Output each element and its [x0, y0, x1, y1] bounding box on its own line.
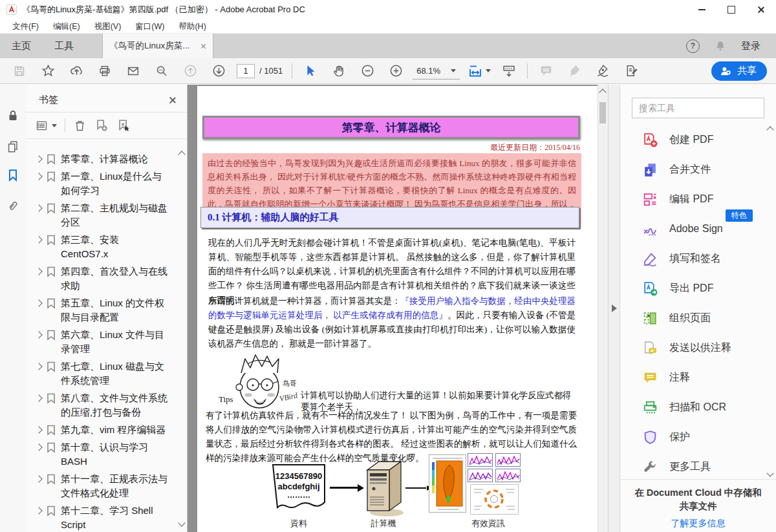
chevron-right-icon[interactable]: [35, 507, 42, 514]
menu-help[interactable]: 帮助(H): [171, 19, 213, 34]
bookmark-item[interactable]: 第十二章、学习 Shell Script: [36, 504, 175, 532]
search-button[interactable]: [147, 60, 176, 82]
tools-search-input[interactable]: [632, 103, 764, 113]
chevron-right-icon[interactable]: [35, 363, 42, 370]
pdf-page[interactable]: 第零章、计算器概论 最近更新日期：2015/04/16 由过去的经验当中，鸟哥发…: [197, 86, 606, 532]
comment-button[interactable]: [532, 60, 560, 82]
tool-scan-ocr[interactable]: 扫描和 OCR: [642, 392, 776, 422]
bookmark-settings-button[interactable]: [116, 118, 131, 133]
zoom-out-button[interactable]: [353, 60, 382, 82]
menu-window[interactable]: 窗口(W): [128, 19, 171, 34]
bookmark-item[interactable]: 第十一章、正规表示法与文件格式化处理: [36, 472, 175, 500]
hand-tool-button[interactable]: [325, 60, 353, 82]
share-button[interactable]: 共享: [711, 61, 767, 81]
tool-fill-sign[interactable]: 填写和签名: [642, 244, 776, 273]
tool-edit-pdf[interactable]: 编辑 PDF: [642, 184, 776, 214]
tab-home[interactable]: 主页: [0, 34, 43, 58]
tools-scrollbar[interactable]: [766, 125, 775, 478]
bookmark-item[interactable]: 第五章、Linux 的文件权限与目录配置: [36, 296, 175, 325]
scrollbar-thumb[interactable]: [599, 102, 606, 123]
tool-comment[interactable]: 注释: [642, 363, 776, 392]
delete-bookmark-button[interactable]: [73, 119, 87, 133]
bookmark-item[interactable]: 第零章、计算器概论: [36, 152, 175, 166]
new-bookmark-button[interactable]: [94, 118, 109, 133]
save-button[interactable]: [5, 60, 34, 82]
tool-organize-pages[interactable]: 组织页面: [642, 303, 776, 333]
zoom-level-dropdown[interactable]: 68.1%: [413, 63, 460, 80]
chevron-right-icon[interactable]: [35, 443, 42, 451]
highlight-button[interactable]: [560, 60, 588, 82]
tool-combine-files[interactable]: 合并文件: [642, 154, 776, 184]
chevron-right-icon[interactable]: [35, 331, 42, 338]
scroll-up-icon[interactable]: [599, 89, 606, 96]
chevron-right-icon[interactable]: [35, 204, 42, 211]
attachments-button[interactable]: [0, 193, 26, 219]
email-button[interactable]: [119, 60, 147, 82]
bookmark-item[interactable]: 第一章、Linux是什么与如何学习: [36, 169, 175, 198]
document-scrollbar[interactable]: [598, 85, 608, 532]
chevron-down-icon[interactable]: [486, 69, 491, 72]
expand-right-icon[interactable]: [612, 304, 617, 312]
bookmarks-close-icon[interactable]: [169, 96, 177, 104]
select-tool-button[interactable]: [296, 60, 325, 82]
bookmark-item[interactable]: 第十章、认识与学习 BASH: [36, 440, 175, 469]
bookmark-item[interactable]: 第四章、首次登入与在线求助: [36, 264, 175, 293]
bookmark-item[interactable]: 第三章、安装 CentOS7.x: [36, 233, 175, 261]
notifications-bell-icon[interactable]: [714, 39, 727, 52]
chevron-right-icon[interactable]: [35, 394, 42, 401]
chevron-right-icon[interactable]: [35, 475, 42, 482]
tool-send-for-comments[interactable]: 发送以供注释: [642, 333, 776, 363]
chevron-right-icon[interactable]: [35, 426, 42, 433]
tab-close-icon[interactable]: [200, 43, 206, 49]
next-page-button[interactable]: [204, 60, 233, 82]
tool-export-pdf[interactable]: 导出 PDF: [642, 273, 776, 303]
learn-more-link[interactable]: 了解更多信息: [671, 518, 726, 529]
tab-tools[interactable]: 工具: [43, 34, 85, 58]
menu-edit[interactable]: 编辑(E): [46, 19, 87, 34]
favorite-star-button[interactable]: [34, 60, 62, 82]
document-viewport[interactable]: 第零章、计算器概论 最近更新日期：2015/04/16 由过去的经验当中，鸟哥发…: [188, 85, 608, 532]
sign-pen-button[interactable]: [588, 60, 617, 82]
tool-adobe-sign[interactable]: 特色 Adobe Sign: [642, 214, 776, 244]
chevron-right-icon[interactable]: [35, 155, 42, 162]
chevron-right-icon[interactable]: [35, 236, 42, 243]
bookmark-item[interactable]: 第六章、Linux 文件与目录管理: [36, 328, 175, 356]
page-number-input[interactable]: 1: [237, 64, 255, 78]
fit-width-button[interactable]: [462, 60, 488, 82]
bookmark-item[interactable]: 第二章、主机规划与磁盘分区: [36, 201, 175, 229]
tool-create-pdf[interactable]: 创建 PDF: [642, 125, 776, 154]
tool-more-tools[interactable]: 更多工具: [642, 452, 776, 478]
bookmark-item[interactable]: 第八章、文件与文件系统的压缩,打包与备份: [36, 391, 175, 420]
tools-panel-collapse-strip[interactable]: [608, 85, 620, 532]
scroll-up-icon[interactable]: [766, 126, 773, 133]
bookmarks-panel-button[interactable]: [0, 162, 26, 188]
chevron-right-icon[interactable]: [35, 173, 42, 180]
menu-view[interactable]: 视图(V): [87, 19, 129, 34]
chevron-right-icon[interactable]: [35, 268, 42, 275]
page-thumbnails-button[interactable]: [0, 134, 26, 160]
tab-document[interactable]: 《鸟哥的Linux房菜...: [102, 34, 213, 58]
bookmark-item[interactable]: 第七章、Linux 磁盘与文件系统管理: [36, 359, 175, 388]
chevron-right-icon[interactable]: [35, 299, 42, 306]
fill-sign-button[interactable]: [617, 60, 645, 82]
scroll-down-icon[interactable]: [178, 519, 185, 526]
bookmarks-options-button[interactable]: [35, 119, 57, 133]
login-button[interactable]: 登录: [741, 40, 760, 52]
maximize-button[interactable]: [717, 0, 746, 19]
bookmarks-scrollbar[interactable]: [177, 149, 186, 528]
help-icon[interactable]: ?: [686, 39, 700, 53]
close-button[interactable]: [746, 0, 776, 19]
upload-cloud-button[interactable]: [62, 60, 91, 82]
minimize-button[interactable]: [687, 0, 717, 19]
tool-protect[interactable]: 保护: [642, 422, 776, 452]
previous-page-button[interactable]: [176, 60, 204, 82]
security-lock-button[interactable]: [0, 103, 26, 129]
print-button[interactable]: [91, 60, 119, 82]
scroll-down-icon[interactable]: [766, 469, 773, 476]
tools-search-box[interactable]: [632, 98, 764, 118]
scroll-up-icon[interactable]: [178, 151, 185, 158]
bookmark-item[interactable]: 第九章、vim 程序编辑器: [36, 423, 175, 437]
zoom-in-button[interactable]: [382, 60, 410, 82]
page-display-button[interactable]: [495, 60, 523, 82]
menu-file[interactable]: 文件(F): [5, 19, 46, 34]
